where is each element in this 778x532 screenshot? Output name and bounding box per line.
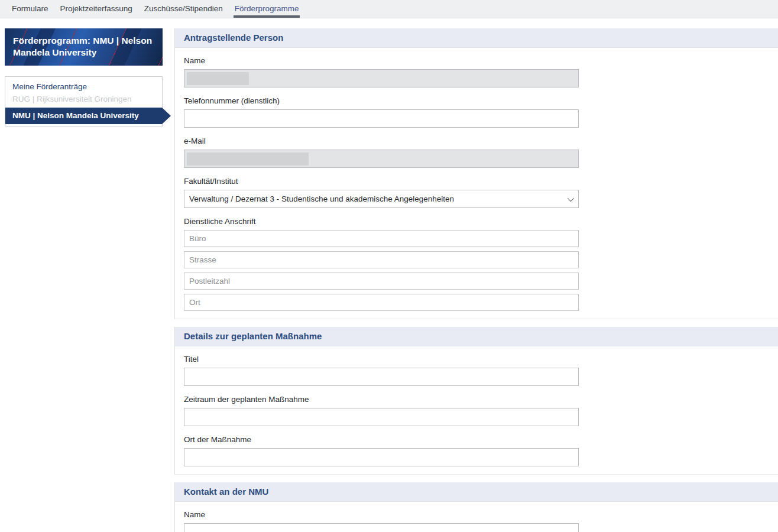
tab-formulare[interactable]: Formulare [11,0,50,18]
kontakt-name-input[interactable] [184,523,579,532]
kontakt-name-label: Name [184,510,769,519]
section-antragstellende-person: Antragstellende Person Name Telefonnumme… [174,28,778,319]
sidebar-item-rug[interactable]: RUG | Rijksuniversiteit Groningen [5,93,162,105]
zeitraum-label: Zeitraum der geplanten Maßnahme [184,395,769,404]
main-content: Antragstellende Person Name Telefonnumme… [174,28,778,532]
sidebar: Förderprogramm: NMU | Nelson Mandela Uni… [5,28,163,126]
name-label: Name [184,56,769,65]
field-kontakt-name: Name [184,510,769,532]
name-input-disabled [184,69,579,87]
fakultaet-institut-selected-value: Verwaltung / Dezernat 3 - Studentische u… [189,194,454,203]
field-telefonnummer: Telefonnummer (dienstlich) [184,96,769,128]
sidebar-item-meine-foerderantraege[interactable]: Meine Förderanträge [5,80,162,93]
section-title-antragstellende-person: Antragstellende Person [175,28,778,48]
ort-input[interactable] [184,294,579,311]
titel-input[interactable] [184,368,579,386]
tab-foerderprogramme[interactable]: Förderprogramme [234,0,300,18]
telefonnummer-label: Telefonnummer (dienstlich) [184,96,769,105]
ort-der-massnahme-input[interactable] [184,448,579,466]
dienstliche-anschrift-label: Dienstliche Anschrift [184,217,769,226]
zeitraum-input[interactable] [184,408,579,426]
field-zeitraum: Zeitraum der geplanten Maßnahme [184,395,769,426]
fakultaet-institut-label: Fakultät/Institut [184,177,769,186]
section-title-kontakt-nmu: Kontakt an der NMU [175,482,778,502]
section-title-details-massnahme: Details zur geplanten Maßnahme [175,327,778,346]
postleitzahl-input[interactable] [184,273,579,290]
tab-zuschuesse-stipendien[interactable]: Zuschüsse/Stipendien [143,0,224,18]
field-dienstliche-anschrift: Dienstliche Anschrift [184,217,769,311]
redacted-value [187,72,249,85]
top-navigation: Formulare Projektzeiterfassung Zuschüsse… [0,0,778,18]
telefonnummer-input[interactable] [184,109,579,128]
sidebar-menu: Meine Förderanträge RUG | Rijksuniversit… [5,76,163,126]
email-label: e-Mail [184,137,769,145]
field-email: e-Mail [184,137,769,168]
program-banner: Förderprogramm: NMU | Nelson Mandela Uni… [5,28,163,66]
program-banner-title: Förderprogramm: NMU | Nelson Mandela Uni… [13,35,152,57]
strasse-input[interactable] [184,251,579,268]
tab-projektzeiterfassung[interactable]: Projektzeiterfassung [59,0,134,18]
field-name: Name [184,56,769,87]
field-fakultaet-institut: Fakultät/Institut Verwaltung / Dezernat … [184,177,769,208]
section-details-massnahme: Details zur geplanten Maßnahme Titel Zei… [174,327,778,475]
chevron-down-icon [568,194,574,201]
sidebar-item-nmu[interactable]: NMU | Nelson Mandela University [5,108,162,124]
ort-der-massnahme-label: Ort der Maßnahme [184,435,769,444]
field-ort-der-massnahme: Ort der Maßnahme [184,435,769,466]
fakultaet-institut-select[interactable]: Verwaltung / Dezernat 3 - Studentische u… [184,190,579,208]
section-kontakt-nmu: Kontakt an der NMU Name [174,482,778,532]
field-titel: Titel [184,355,769,386]
titel-label: Titel [184,355,769,364]
page-body: Förderprogramm: NMU | Nelson Mandela Uni… [0,18,778,532]
redacted-value [187,153,309,166]
buero-input[interactable] [184,230,579,247]
email-input-disabled [184,150,579,168]
